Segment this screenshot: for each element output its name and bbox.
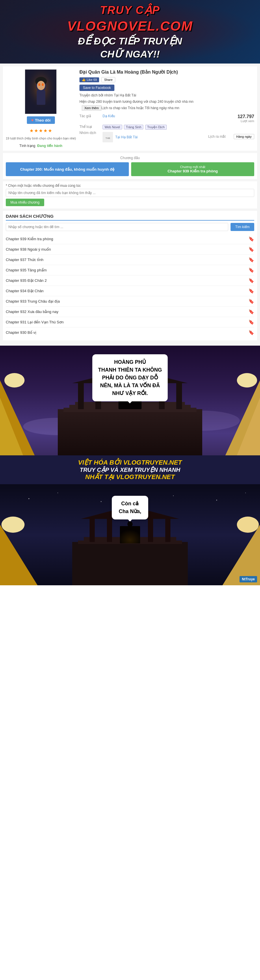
viet-hoa-line3: NHẤT TẠI VLOGTRUYEN.NET xyxy=(0,473,260,481)
first-chapter-button[interactable]: Chapter 200: Muốn năng đầu, không muốn h… xyxy=(6,162,129,176)
novel-title: Đại Quân Gia Là Ma Hoàng (Bản Người Dịch… xyxy=(80,69,254,75)
desc3: Lịch ra chap vào Trừa hoặc Tối hàng ngày… xyxy=(101,105,179,111)
chapter-link[interactable]: Chapter 935 Tăng phẩm xyxy=(6,268,249,272)
chapter-nav-buttons: Chapter 200: Muốn năng đầu, không muốn h… xyxy=(6,162,254,176)
speech-bubble-1: HOÀNG PHỦ THANH THIÊN TA KHÔNG PHẢI DO Ô… xyxy=(93,354,168,401)
latest-chapter-name: Chapter 939 Kiểm tra phòng xyxy=(134,169,251,173)
svg-point-33 xyxy=(4,373,25,388)
watermark: NtTruye xyxy=(239,576,257,582)
speech-bubble-2: Còn cả Cha Nữa, xyxy=(112,496,148,519)
bookmark-icon[interactable]: 🔖 xyxy=(249,247,254,252)
buy-input[interactable] xyxy=(6,189,254,197)
viet-hoa-colored-3: VLOGTRUYEN.NET xyxy=(116,473,175,480)
bookmark-icon[interactable]: 🔖 xyxy=(249,319,254,325)
bookmark-icon[interactable]: 🔖 xyxy=(249,299,254,304)
lich-ra-mat-value: Hàng ngày xyxy=(234,134,254,139)
latest-chapter-button[interactable]: Chương mới nhất Chapter 939 Kiểm tra phò… xyxy=(131,162,254,176)
chapter-link[interactable]: Chapter 938 Ngoài ý muốn xyxy=(6,247,249,251)
chapter-link[interactable]: Chapter 931 Lại đến Vạn Thú Sơn xyxy=(6,320,249,324)
bookmark-icon[interactable]: 🔖 xyxy=(249,288,254,294)
chapter-link[interactable]: Chapter 932 Xưa đâu bằng nay xyxy=(6,310,249,314)
desc2: Hiện chap 280 truyện tranh tương đương v… xyxy=(80,99,254,104)
chapter-link[interactable]: Chapter 933 Trung Châu đại địa xyxy=(6,299,249,304)
banner-line3: ĐỂ ĐỌC TIẾP TRUYỆN xyxy=(67,35,193,47)
chapter-search-input[interactable] xyxy=(6,223,228,231)
buy-button[interactable]: Mua nhiều chương xyxy=(6,199,44,206)
star-3: ★ xyxy=(39,128,43,134)
bookmark-icon[interactable]: 🔖 xyxy=(249,309,254,315)
svg-point-8 xyxy=(39,84,40,85)
chapter-navigation: Chương đầu Chapter 200: Muốn năng đầu, k… xyxy=(3,153,257,179)
fb-row: 👍 Like 69 Share xyxy=(80,77,254,82)
lich-ra-mat-label: Lịch ra mắt xyxy=(208,135,231,138)
viet-hoa-colored-1: VLOGTRUYEN.NET xyxy=(123,459,182,466)
heart-icon: ♥ xyxy=(31,118,33,123)
star-5: ★ xyxy=(48,128,52,134)
the-loai-tags: Web Novel Tráng Sinh Truyện Dịch xyxy=(102,125,167,130)
tag-truyen-dich[interactable]: Truyện Dịch xyxy=(145,125,167,130)
chapter-list-title: DANH SÁCH CHƯƠNG xyxy=(6,214,254,221)
svg-rect-47 xyxy=(148,519,153,542)
tag-web-novel[interactable]: Web Novel xyxy=(102,125,122,129)
svg-point-9 xyxy=(43,84,43,85)
bookmark-icon[interactable]: 🔖 xyxy=(249,278,254,283)
bookmark-icon[interactable]: 🔖 xyxy=(249,257,254,262)
fb-share-button[interactable]: Share xyxy=(101,77,115,82)
chapter-link[interactable]: Chapter 939 Kiểm tra phòng xyxy=(6,237,249,241)
viet-hoa-plain-3: NHẤT TẠI xyxy=(85,473,116,480)
viet-hoa-plain-1: VIỆT HÓA BỞI xyxy=(78,459,123,466)
banner-line1: TRUY CẬP xyxy=(67,3,193,18)
novel-details: Đại Quân Gia Là Ma Hoàng (Bản Người Dịch… xyxy=(80,69,254,148)
chapter-link[interactable]: Chapter 934 Đặt Chân xyxy=(6,289,249,293)
svg-rect-42 xyxy=(72,542,188,585)
star-4: ★ xyxy=(43,128,47,134)
svg-point-36 xyxy=(29,498,29,499)
svg-point-38 xyxy=(101,501,102,502)
chapter-nav-section-title: Chương đầu xyxy=(6,156,254,160)
svg-rect-16 xyxy=(58,409,202,455)
follow-label: Theo dõi xyxy=(35,118,51,123)
status-row: Tình trạng Đang tiến hành xyxy=(19,144,62,148)
stars-row: ★ ★ ★ ★ ★ xyxy=(29,128,52,134)
chapter-search-button[interactable]: Tìm kiếm xyxy=(231,223,254,231)
chapter-link[interactable]: Chapter 935 Đặt Chân 2 xyxy=(6,278,249,283)
the-loai-label: Thể loại xyxy=(80,125,102,130)
speech-text-1: HOÀNG PHỦ THANH THIÊN TA KHÔNG PHẢI DO Ô… xyxy=(98,359,162,396)
svg-point-5 xyxy=(37,81,45,90)
chapter-link[interactable]: Chapter 937 Thức tỉnh xyxy=(6,258,249,262)
svg-rect-48 xyxy=(165,519,171,542)
buy-section: * Chọn một hoặc nhiều chương để mua cùng… xyxy=(3,181,257,208)
chapter-link[interactable]: Chapter 930 Bố vị xyxy=(6,330,249,335)
save-facebook-button[interactable]: Save to Facebook xyxy=(80,84,115,91)
desc1: Truyện dịch bởi nhóm Tại Hạ Bất Tài xyxy=(80,93,254,98)
svg-point-56 xyxy=(2,517,25,533)
cover-illustration xyxy=(25,70,57,114)
chapter-item-2: Chapter 937 Thức tỉnh 🔖 xyxy=(6,255,254,265)
fb-like-button[interactable]: 👍 Like 69 xyxy=(80,77,99,82)
likes-text: 19 lượt thích (Hãy bình chọn cho truyện … xyxy=(6,137,76,140)
desc3-row: Xem thêm Lịch ra chap vào Trừa hoặc Tối … xyxy=(80,105,254,112)
banner-line4: CHỮ NGAY!! xyxy=(67,48,193,60)
bookmark-icon[interactable]: 🔖 xyxy=(249,267,254,273)
latest-chapter-label: Chương mới nhất xyxy=(134,165,251,169)
svg-point-37 xyxy=(57,493,58,493)
chapter-item-7: Chapter 932 Xưa đâu bằng nay 🔖 xyxy=(6,307,254,317)
tag-trang-sinh[interactable]: Tráng Sinh xyxy=(124,125,143,129)
bookmark-icon[interactable]: 🔖 xyxy=(249,236,254,242)
chapter-search-row: Tìm kiếm xyxy=(6,223,254,231)
svg-point-41 xyxy=(245,493,246,493)
viet-hoa-line2-text: TRUY CẬP VÀ XEM TRUYỆN NHANH xyxy=(0,466,260,473)
bookmark-icon[interactable]: 🔖 xyxy=(249,330,254,335)
follow-button[interactable]: ♥ Theo dõi xyxy=(27,116,55,124)
chapter-item-6: Chapter 933 Trung Châu đại địa 🔖 xyxy=(6,296,254,307)
chapter-list: Chapter 939 Kiểm tra phòng 🔖 Chapter 938… xyxy=(6,234,254,337)
svg-point-57 xyxy=(237,517,259,533)
svg-point-39 xyxy=(173,495,174,496)
xem-them-button[interactable]: Xem thêm xyxy=(82,105,101,111)
svg-rect-20 xyxy=(78,383,84,409)
svg-text:THB: THB xyxy=(105,137,110,140)
chapter-item-4: Chapter 935 Đặt Chân 2 🔖 xyxy=(6,275,254,286)
status-label: Tình trạng xyxy=(19,144,35,148)
chapter-list-section: DANH SÁCH CHƯƠNG Tìm kiếm Chapter 939 Ki… xyxy=(3,211,257,340)
lich-ra-mat-section: Lịch ra mắt Hàng ngày xyxy=(208,131,254,142)
